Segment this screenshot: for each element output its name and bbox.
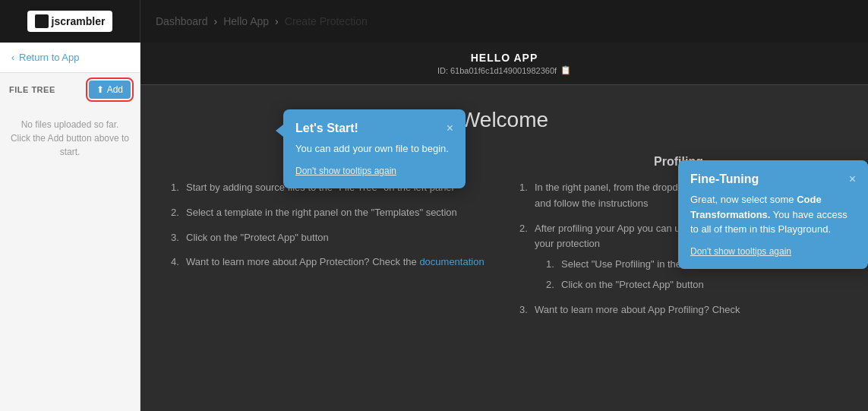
breadcrumb-sep-1: › bbox=[214, 15, 218, 27]
tooltip-fine-tuning-dont-show[interactable]: Don't show tooltips again bbox=[690, 246, 791, 257]
file-tree-header: FILE TREE ⬆ Add bbox=[0, 73, 140, 106]
profiling-substep-2: Click on the "Protect App" button bbox=[546, 277, 838, 293]
protecting-step-3: Click on the "Protect App" button bbox=[171, 230, 489, 246]
protecting-steps: Start by adding source files to the "Fil… bbox=[171, 180, 489, 270]
logo-area: jscrambler bbox=[0, 0, 140, 43]
profiling-step-3: Want to learn more about App Profiling? … bbox=[519, 302, 838, 318]
breadcrumb-dashboard[interactable]: Dashboard bbox=[156, 15, 208, 27]
breadcrumb-sep-2: › bbox=[275, 15, 279, 27]
protecting-step-2: Select a template in the right panel on … bbox=[171, 205, 489, 221]
tooltip-lets-start: Let's Start! × You can add your own file… bbox=[283, 109, 466, 188]
content-area: HELLO APP ID: 61ba01f6c1d149001982360f 📋… bbox=[140, 43, 868, 411]
breadcrumb-current: Create Protection bbox=[285, 15, 368, 27]
app-name: HELLO APP bbox=[156, 52, 853, 64]
documentation-link[interactable]: documentation bbox=[419, 256, 484, 267]
tooltip-fine-tuning-plain: Great, now select some bbox=[690, 194, 797, 205]
tooltip-fine-tuning-header: Fine-Tuning × bbox=[690, 172, 856, 186]
return-to-app-label: Return to App bbox=[19, 52, 80, 63]
top-navigation: jscrambler Dashboard › Hello App › Creat… bbox=[0, 0, 868, 43]
tooltip-fine-tuning: Fine-Tuning × Great, now select some Cod… bbox=[678, 160, 868, 269]
protecting-step-4: Want to learn more about App Protection?… bbox=[171, 255, 489, 270]
app-id: ID: 61ba01f6c1d149001982360f 📋 bbox=[156, 65, 853, 75]
logo-icon bbox=[35, 14, 49, 28]
breadcrumb-hello-app[interactable]: Hello App bbox=[223, 15, 269, 27]
copy-icon[interactable]: 📋 bbox=[560, 65, 571, 75]
breadcrumb: Dashboard › Hello App › Create Protectio… bbox=[140, 15, 383, 27]
tooltip-start-header: Let's Start! × bbox=[295, 122, 453, 135]
no-files-line1: No files uploaded so far. bbox=[9, 118, 131, 131]
file-tree-label: FILE TREE bbox=[9, 85, 55, 94]
sidebar: ‹ Return to App FILE TREE ⬆ Add No files… bbox=[0, 43, 140, 411]
tooltip-start-title: Let's Start! bbox=[295, 122, 358, 135]
logo: jscrambler bbox=[27, 11, 113, 32]
main-layout: ‹ Return to App FILE TREE ⬆ Add No files… bbox=[0, 43, 868, 411]
app-header: HELLO APP ID: 61ba01f6c1d149001982360f 📋 bbox=[140, 43, 868, 85]
tooltip-start-body: You can add your own file to begin. bbox=[295, 141, 453, 156]
logo-text: jscrambler bbox=[52, 15, 106, 27]
tooltip-start-close[interactable]: × bbox=[447, 122, 453, 134]
chevron-left-icon: ‹ bbox=[11, 52, 14, 63]
upload-icon: ⬆ bbox=[96, 84, 104, 95]
return-to-app-button[interactable]: ‹ Return to App bbox=[0, 43, 140, 73]
tooltip-fine-tuning-title: Fine-Tuning bbox=[690, 172, 759, 186]
welcome-title: Welcome bbox=[171, 108, 838, 132]
tooltip-fine-tuning-body: Great, now select some Code Transformati… bbox=[690, 192, 856, 237]
add-button-label: Add bbox=[107, 84, 123, 95]
tooltip-start-dont-show[interactable]: Don't show tooltips again bbox=[295, 166, 396, 176]
no-files-line2: Click the Add button above to start. bbox=[9, 131, 131, 159]
tooltip-fine-tuning-close[interactable]: × bbox=[849, 173, 856, 185]
add-files-button[interactable]: ⬆ Add bbox=[89, 81, 131, 99]
app-id-text: ID: 61ba01f6c1d149001982360f bbox=[437, 66, 557, 75]
no-files-message: No files uploaded so far. Click the Add … bbox=[0, 106, 140, 170]
